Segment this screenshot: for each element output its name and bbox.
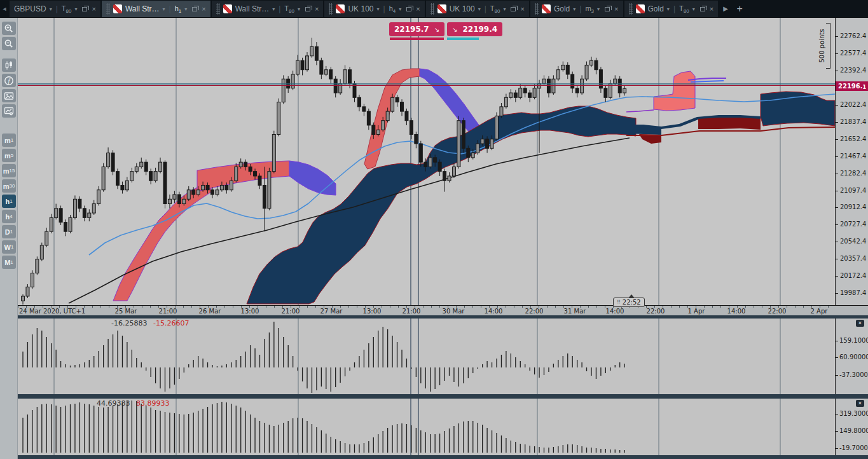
tab-drag-grip[interactable] (216, 3, 220, 15)
timeframe-menu-caret-icon[interactable]: ▾ (692, 6, 695, 12)
time-axis-label: 14:00 (606, 308, 624, 315)
tab-separator: | (485, 4, 486, 13)
instrument-menu-caret-icon[interactable]: ▾ (573, 6, 575, 12)
chart-type-button[interactable] (2, 89, 16, 102)
price-axis-tick (836, 36, 838, 37)
candle-body (457, 121, 460, 167)
tab-drag-grip[interactable] (629, 3, 633, 15)
candlestick-button[interactable] (2, 58, 16, 72)
instrument-menu-caret-icon[interactable]: ▾ (272, 6, 275, 12)
tab-wall-str[interactable]: Wall Str…▾|h1▾× (102, 1, 210, 17)
indicator-1-values: -16.25883 -15.26607 (111, 319, 189, 327)
indicator-axis-tick (836, 375, 838, 376)
add-chart-tab-button[interactable]: + (733, 0, 747, 17)
timeframe-M1-button[interactable]: M1 (2, 256, 16, 269)
timeframe-menu-caret-icon[interactable]: ▾ (184, 6, 187, 12)
timeframe-menu-caret-icon[interactable]: ▾ (503, 6, 506, 12)
chart-area[interactable] (18, 18, 835, 305)
panel-divider[interactable] (18, 394, 868, 399)
timeframe-m15-button[interactable]: m15 (2, 164, 16, 177)
price-axis-tick (836, 293, 838, 294)
tab-gold[interactable]: Gold▾|T80▾× (624, 1, 719, 17)
tab-gbpusd[interactable]: GBPUSD▾|T80▾× (10, 1, 100, 17)
popout-tab-icon[interactable] (305, 7, 310, 11)
tab-drag-grip[interactable] (431, 3, 434, 15)
timeframe-D1-button[interactable]: D1 (2, 225, 16, 238)
timeframe-m30-button[interactable]: m30 (2, 179, 16, 193)
chart-settings-button[interactable] (2, 104, 16, 118)
close-indicator-1-button[interactable]: × (856, 320, 864, 327)
close-tab-icon[interactable]: × (202, 5, 205, 13)
close-tab-icon[interactable]: × (416, 5, 420, 13)
candle-body (306, 56, 309, 70)
timeframe-menu-caret-icon[interactable]: ▾ (597, 6, 600, 12)
timeframe-menu-caret-icon[interactable]: ▾ (399, 6, 401, 12)
tab-instrument-label: UK 100 (348, 4, 373, 13)
tab-uk-100[interactable]: UK 100▾|T80▾× (426, 1, 529, 17)
popout-tab-icon[interactable] (605, 7, 610, 11)
tab-uk-100[interactable]: UK 100▾|h4▾× (324, 1, 424, 17)
time-axis[interactable]: 24 Mar 2020, UTC+125 Mar21:0026 Mar13:00… (18, 305, 868, 315)
instrument-menu-caret-icon[interactable]: ▾ (667, 6, 670, 12)
instrument-menu-caret-icon[interactable]: ▾ (50, 6, 52, 12)
candle-body (225, 185, 228, 189)
indicator-1-axis[interactable]: × 159.1000060.90000-37.30000 (835, 319, 868, 394)
close-tab-icon[interactable]: × (315, 5, 319, 13)
candle-body (239, 162, 242, 167)
indicator-button[interactable]: f (2, 74, 16, 87)
price-axis[interactable]: 22762.422577.422392.422022.421837.421652… (835, 18, 868, 305)
popout-tab-icon[interactable] (406, 7, 411, 11)
tab-drag-grip[interactable] (329, 3, 333, 15)
zoom-in-button[interactable] (2, 22, 16, 35)
tab-separator: | (56, 4, 58, 13)
popout-tab-icon[interactable] (82, 7, 87, 11)
tab-separator: | (579, 4, 581, 13)
indicator-panel-1-area[interactable] (18, 319, 835, 394)
price-axis-label: 19987.4 (840, 289, 866, 296)
close-tab-icon[interactable]: × (520, 5, 524, 13)
scroll-tabs-right-icon[interactable]: ▶ (719, 0, 733, 17)
tab-gold[interactable]: Gold▾|m3▾× (530, 1, 623, 17)
candle-body (55, 209, 58, 218)
close-indicator-2-button[interactable]: × (856, 400, 864, 407)
close-tab-icon[interactable]: × (614, 5, 618, 13)
tab-instrument-label: Gold (554, 4, 570, 13)
instrument-menu-caret-icon[interactable]: ▾ (478, 6, 481, 12)
timeframe-m5-button[interactable]: m5 (2, 149, 16, 162)
instrument-menu-caret-icon[interactable]: ▾ (162, 6, 165, 12)
indicator-2-axis[interactable]: × 319.30000149.80000-19.70000 (835, 399, 868, 455)
sell-button[interactable]: 22195.7 ↘ (389, 22, 444, 36)
instrument-flag-icon (636, 4, 645, 13)
timeframe-menu-caret-icon[interactable]: ▾ (298, 6, 300, 12)
buy-button[interactable]: ↘ 22199.4 (447, 22, 502, 36)
instrument-menu-caret-icon[interactable]: ▾ (376, 6, 379, 12)
candle-countdown-tooltip[interactable]: ⠿ 22:52 (613, 298, 645, 307)
candle-body (183, 199, 186, 203)
tab-wall-str[interactable]: Wall Str…▾|T80▾× (212, 1, 324, 17)
timeframe-m1-button[interactable]: m1 (2, 134, 16, 147)
timeframe-h4-button[interactable]: h4 (2, 210, 16, 223)
collapse-tabs-icon[interactable]: ◄ (0, 0, 9, 17)
histogram-bars (23, 322, 624, 393)
timeframe-sub: 3 (591, 8, 594, 14)
candle-body (419, 144, 422, 162)
zoom-out-button[interactable] (2, 37, 16, 50)
timeframe-W1-button[interactable]: W1 (2, 240, 16, 254)
candle-body (362, 107, 366, 111)
timeframe-menu-caret-icon[interactable]: ▾ (74, 6, 77, 12)
popout-tab-icon[interactable] (700, 7, 705, 11)
popout-tab-icon[interactable] (511, 7, 516, 11)
time-axis-label: 21:00 (282, 308, 300, 315)
main-tool-group: f (0, 52, 17, 118)
close-tab-icon[interactable]: × (710, 5, 713, 13)
timeframe-h1-button[interactable]: h1 (2, 195, 16, 208)
tab-drag-grip[interactable] (535, 3, 539, 15)
candle-body (40, 245, 43, 259)
kijun-purple-lead (626, 110, 654, 112)
close-tab-icon[interactable]: × (92, 5, 95, 13)
candle-body (282, 79, 285, 102)
timeframe-sub: 15 (9, 168, 15, 174)
popout-tab-icon[interactable] (192, 7, 197, 11)
tab-drag-grip[interactable] (106, 3, 110, 15)
candle-body (149, 172, 153, 181)
